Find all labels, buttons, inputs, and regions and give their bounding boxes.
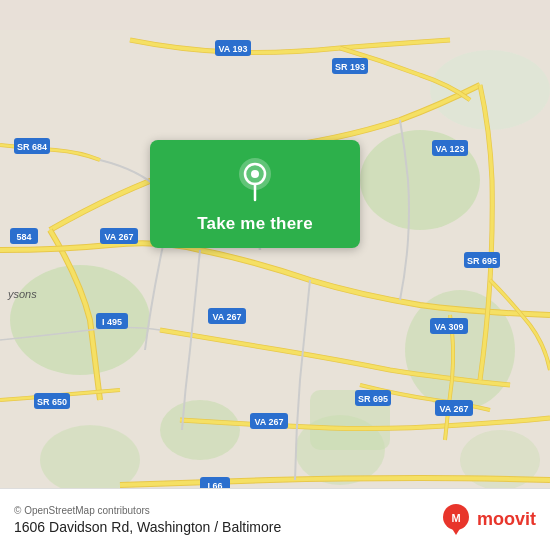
take-me-there-button[interactable]: Take me there <box>197 214 313 234</box>
svg-text:SR 650: SR 650 <box>37 397 67 407</box>
svg-point-45 <box>251 170 259 178</box>
svg-text:VA 309: VA 309 <box>434 322 463 332</box>
address-text: 1606 Davidson Rd, Washington / Baltimore <box>14 519 281 535</box>
map-pin-icon <box>237 158 273 206</box>
bottom-bar: © OpenStreetMap contributors 1606 Davids… <box>0 488 550 550</box>
svg-text:VA 193: VA 193 <box>218 44 247 54</box>
svg-text:VA 267: VA 267 <box>212 312 241 322</box>
svg-text:VA 267: VA 267 <box>104 232 133 242</box>
svg-text:584: 584 <box>16 232 31 242</box>
map-background: VA 193 SR 193 VA 123 SR 684 I 495 VA 267… <box>0 0 550 550</box>
svg-marker-49 <box>451 527 461 535</box>
moovit-brand-text: moovit <box>477 509 536 530</box>
svg-text:VA 267: VA 267 <box>439 404 468 414</box>
svg-text:I 495: I 495 <box>102 317 122 327</box>
svg-text:SR 193: SR 193 <box>335 62 365 72</box>
address-info: © OpenStreetMap contributors 1606 Davids… <box>14 505 281 535</box>
svg-text:VA 123: VA 123 <box>435 144 464 154</box>
svg-text:M: M <box>451 512 460 524</box>
copyright-text: © OpenStreetMap contributors <box>14 505 281 516</box>
svg-point-9 <box>430 50 550 130</box>
moovit-logo-icon: M <box>440 504 472 536</box>
svg-text:SR 684: SR 684 <box>17 142 47 152</box>
svg-text:VA 267: VA 267 <box>254 417 283 427</box>
svg-text:SR 695: SR 695 <box>358 394 388 404</box>
action-card: Take me there <box>150 140 360 248</box>
moovit-logo: M moovit <box>440 504 536 536</box>
svg-text:ysons: ysons <box>7 288 37 300</box>
svg-text:SR 695: SR 695 <box>467 256 497 266</box>
svg-point-4 <box>160 400 240 460</box>
map-container: VA 193 SR 193 VA 123 SR 684 I 495 VA 267… <box>0 0 550 550</box>
